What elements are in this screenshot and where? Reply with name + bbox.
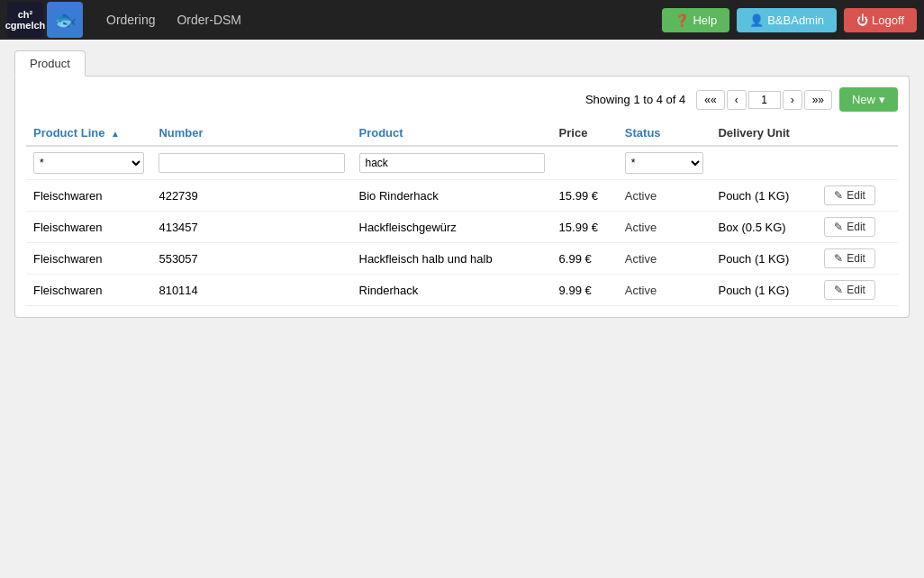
cell-number: 553057: [151, 243, 351, 275]
filter-price-cell: [552, 146, 618, 180]
user-button[interactable]: 👤 B&BAdmin: [737, 8, 837, 32]
edit-icon: ✎: [834, 189, 843, 202]
toolbar-right: Showing 1 to 4 of 4 «« ‹ › »» New ▾: [585, 87, 898, 112]
col-product[interactable]: Product: [352, 121, 552, 146]
edit-label: Edit: [847, 252, 865, 265]
prev-page-button[interactable]: ‹: [727, 90, 747, 110]
cell-number: 413457: [151, 212, 351, 243]
power-icon: ⏻: [856, 14, 868, 27]
showing-text: Showing 1 to 4 of 4: [585, 93, 685, 106]
cell-edit: ✎ Edit: [817, 180, 898, 212]
edit-label: Edit: [847, 221, 865, 233]
col-product-line[interactable]: Product Line ▲: [26, 121, 151, 146]
navbar-right: ❓ Help 👤 B&BAdmin ⏻ Logoff: [662, 8, 917, 32]
filter-delivery-cell: [711, 146, 817, 180]
help-button[interactable]: ❓ Help: [662, 8, 729, 32]
edit-button[interactable]: ✎ Edit: [824, 248, 875, 268]
last-page-button[interactable]: »»: [804, 90, 832, 110]
cell-price: 6.99 €: [552, 243, 618, 275]
help-label: Help: [693, 14, 717, 27]
filter-product-line-cell: * Fleischwaren: [26, 146, 151, 180]
filter-product-cell: [352, 146, 552, 180]
col-price: Price: [552, 121, 618, 146]
toolbar-row: Showing 1 to 4 of 4 «« ‹ › »» New ▾: [26, 87, 898, 112]
showing-pagination: Showing 1 to 4 of 4 «« ‹ › »»: [585, 90, 832, 110]
logo-icon: 🐟: [47, 2, 83, 38]
filter-product[interactable]: [359, 153, 545, 173]
cell-status: Active: [618, 275, 711, 306]
table-row: Fleischwaren 422739 Bio Rinderhack 15.99…: [26, 180, 898, 212]
cell-delivery-unit: Pouch (1 KG): [711, 275, 817, 306]
filter-row: * Fleischwaren * Active: [26, 146, 898, 180]
question-icon: ❓: [675, 14, 689, 27]
cell-product-line: Fleischwaren: [26, 243, 151, 275]
data-table: Product Line ▲ Number Product Price Stat…: [26, 121, 898, 306]
navbar: ch²cgmelch 🐟 Ordering Order-DSM ❓ Help 👤…: [0, 0, 924, 40]
cell-delivery-unit: Pouch (1 KG): [711, 180, 817, 212]
filter-actions-cell: [817, 146, 898, 180]
dropdown-arrow-icon: ▾: [879, 93, 885, 106]
cell-status: Active: [618, 180, 711, 212]
cell-price: 15.99 €: [552, 212, 618, 243]
nav-links: Ordering Order-DSM: [97, 9, 250, 31]
table-header-row: Product Line ▲ Number Product Price Stat…: [26, 121, 898, 146]
user-label: B&BAdmin: [767, 14, 824, 27]
next-page-button[interactable]: ›: [783, 90, 802, 110]
nav-order-dsm[interactable]: Order-DSM: [168, 9, 250, 31]
edit-button[interactable]: ✎ Edit: [824, 280, 875, 300]
table-row: Fleischwaren 553057 Hackfleisch halb und…: [26, 243, 898, 275]
logo-text: ch²cgmelch: [7, 2, 43, 38]
edit-button[interactable]: ✎ Edit: [824, 185, 875, 205]
sort-arrow-icon: ▲: [111, 129, 120, 139]
tab-product[interactable]: Product: [14, 50, 86, 77]
cell-price: 9.99 €: [552, 275, 618, 306]
cell-product-line: Fleischwaren: [26, 275, 151, 306]
new-button[interactable]: New ▾: [839, 87, 898, 112]
tab-bar: Product: [14, 50, 910, 77]
col-status[interactable]: Status: [618, 121, 711, 146]
edit-button[interactable]: ✎ Edit: [824, 217, 875, 237]
brand: ch²cgmelch 🐟: [7, 2, 83, 38]
first-page-button[interactable]: ««: [696, 90, 724, 110]
user-icon: 👤: [749, 14, 764, 27]
edit-icon: ✎: [834, 252, 843, 265]
page-number-input[interactable]: [748, 91, 781, 109]
logoff-label: Logoff: [872, 14, 904, 27]
edit-label: Edit: [847, 284, 865, 296]
filter-number[interactable]: [159, 153, 344, 173]
cell-number: 810114: [151, 275, 351, 306]
col-delivery-unit: Delivery Unit: [711, 121, 817, 146]
cell-delivery-unit: Pouch (1 KG): [711, 243, 817, 275]
filter-status-cell: * Active Inactive: [618, 146, 711, 180]
edit-icon: ✎: [834, 221, 843, 233]
cell-status: Active: [618, 212, 711, 243]
cell-product: Bio Rinderhack: [352, 180, 552, 212]
pagination-controls: «« ‹ › »»: [696, 90, 832, 110]
cell-price: 15.99 €: [552, 180, 618, 212]
cell-edit: ✎ Edit: [817, 212, 898, 243]
cell-product: Rinderhack: [352, 275, 552, 306]
filter-status[interactable]: * Active Inactive: [625, 152, 704, 174]
logoff-button[interactable]: ⏻ Logoff: [844, 8, 917, 32]
cell-product-line: Fleischwaren: [26, 212, 151, 243]
cell-product-line: Fleischwaren: [26, 180, 151, 212]
cell-edit: ✎ Edit: [817, 275, 898, 306]
panel: Showing 1 to 4 of 4 «« ‹ › »» New ▾: [14, 77, 910, 318]
table-row: Fleischwaren 413457 Hackfleischgewürz 15…: [26, 212, 898, 243]
main-content: Product Showing 1 to 4 of 4 «« ‹ › »»: [0, 40, 924, 329]
new-label: New: [852, 93, 875, 106]
col-number[interactable]: Number: [151, 121, 351, 146]
cell-number: 422739: [151, 180, 351, 212]
cell-product: Hackfleisch halb und halb: [352, 243, 552, 275]
cell-delivery-unit: Box (0.5 KG): [711, 212, 817, 243]
nav-ordering[interactable]: Ordering: [97, 9, 164, 31]
filter-product-line[interactable]: * Fleischwaren: [33, 152, 144, 174]
cell-product: Hackfleischgewürz: [352, 212, 552, 243]
table-row: Fleischwaren 810114 Rinderhack 9.99 € Ac…: [26, 275, 898, 306]
col-actions: [817, 121, 898, 146]
edit-label: Edit: [847, 189, 865, 202]
cell-status: Active: [618, 243, 711, 275]
table-body: Fleischwaren 422739 Bio Rinderhack 15.99…: [26, 180, 898, 306]
cell-edit: ✎ Edit: [817, 243, 898, 275]
filter-number-cell: [151, 146, 351, 180]
